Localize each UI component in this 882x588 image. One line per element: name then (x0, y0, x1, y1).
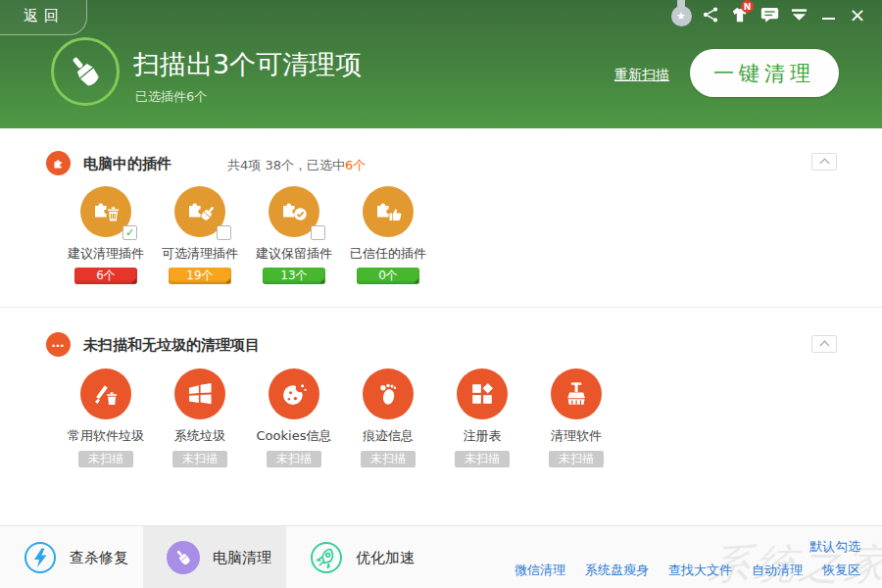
tools-trash-icon (80, 368, 131, 419)
link-auto-clean[interactable]: 自动清理 (752, 562, 803, 579)
scan-item-cleanup-software[interactable]: 清理软件 未扫描 (529, 368, 623, 467)
footer-links: 微信清理 系统盘瘦身 查找大文件 自动清理 恢复区 (514, 562, 860, 579)
link-find-large-files[interactable]: 查找大文件 (668, 562, 732, 579)
tab-label: 查杀修复 (70, 549, 128, 567)
header: 返回 扫描出3个可清理项 已选插件6个 重新扫描 一键清理 ★ N (0, 0, 882, 128)
app-window: 返回 扫描出3个可清理项 已选插件6个 重新扫描 一键清理 ★ N (0, 0, 882, 588)
scan-item-label: 常用软件垃圾 (59, 427, 153, 445)
close-icon[interactable]: × (843, 0, 872, 25)
one-click-clean-button[interactable]: 一键清理 (690, 49, 839, 97)
ellipsis-bullet-icon: … (46, 332, 71, 357)
chat-icon[interactable] (755, 0, 784, 25)
unscanned-badge: 未扫描 (455, 451, 510, 467)
tab-pc-clean[interactable]: 电脑清理 (143, 526, 286, 588)
unscanned-badge: 未扫描 (78, 451, 133, 467)
link-recovery-zone[interactable]: 恢复区 (822, 562, 860, 579)
scan-item-software-junk[interactable]: 常用软件垃圾 未扫描 (59, 368, 153, 467)
brush-icon (167, 541, 200, 574)
lightning-icon (24, 541, 57, 574)
plugin-items-row: ✓ 建议清理插件 6个 可选清理插件 19个 建议保留插件 13个 (59, 186, 435, 284)
main-content: 电脑中的插件 共4项 38个，已选中6个 ✓ 建议清理插件 6个 可选清理插件 (0, 128, 882, 525)
notification-badge: N (741, 0, 754, 13)
tab-label: 电脑清理 (213, 549, 271, 567)
selected-plugins-subtitle: 已选插件6个 (135, 88, 207, 106)
registry-grid-icon (457, 368, 508, 419)
scan-result-title: 扫描出3个可清理项 (133, 47, 362, 82)
chevron-up-icon (819, 159, 829, 169)
back-button[interactable]: 返回 (0, 0, 87, 35)
cookie-icon (269, 368, 319, 419)
scan-item-label: 痕迹信息 (341, 427, 435, 445)
puzzle-bullet-icon (46, 151, 71, 175)
footer-tabs: 查杀修复 电脑清理 优化加速 (0, 526, 429, 588)
scan-item-label: Cookies信息 (247, 427, 341, 445)
section-divider (0, 307, 882, 308)
medal-icon[interactable]: ★ (666, 0, 696, 25)
plugin-count-badge[interactable]: 0个 (357, 268, 419, 284)
plugin-checkbox[interactable] (311, 225, 325, 240)
plugin-item-suggest-keep[interactable]: 建议保留插件 13个 (247, 186, 341, 284)
selected-count-highlight: 6个 (345, 158, 366, 172)
tab-speedup[interactable]: 优化加速 (286, 526, 429, 588)
plugins-section-stats: 共4项 38个，已选中6个 (227, 157, 366, 174)
rocket-icon (310, 541, 343, 574)
rescan-link[interactable]: 重新扫描 (614, 67, 669, 84)
scan-item-label: 清理软件 (529, 427, 623, 445)
minimize-icon[interactable] (813, 0, 843, 25)
puzzle-broom-icon (174, 186, 225, 237)
plugin-checkbox[interactable] (217, 225, 231, 240)
footprint-icon (363, 368, 414, 419)
puzzle-trash-icon: ✓ (80, 186, 131, 237)
unscanned-badge: 未扫描 (172, 451, 227, 467)
default-check-link[interactable]: 默认勾选 (809, 538, 860, 556)
plugins-section-title: 电脑中的插件 (83, 155, 172, 173)
scan-item-label: 注册表 (435, 427, 529, 445)
tab-scan-repair[interactable]: 查杀修复 (0, 526, 143, 588)
skin-icon[interactable] (784, 0, 813, 25)
unscanned-badge: 未扫描 (549, 451, 604, 467)
puzzle-check-icon (269, 186, 319, 237)
scan-item-cookies[interactable]: Cookies信息 未扫描 (247, 368, 341, 467)
plugin-count-badge[interactable]: 13个 (263, 268, 325, 284)
unscanned-section-title: 未扫描和无垃圾的清理项目 (83, 336, 260, 355)
tab-label: 优化加速 (356, 549, 415, 567)
plugin-item-label: 已信任的插件 (341, 245, 435, 263)
plugin-item-trusted[interactable]: 已信任的插件 0个 (341, 186, 435, 284)
link-disk-slim[interactable]: 系统盘瘦身 (585, 562, 649, 579)
puzzle-thumbsup-icon (363, 186, 414, 237)
share-icon[interactable] (696, 0, 725, 25)
plugin-count-badge[interactable]: 19个 (169, 268, 231, 284)
broom-icon (551, 368, 602, 419)
scan-item-label: 系统垃圾 (153, 427, 247, 445)
plugin-item-label: 建议保留插件 (247, 245, 341, 263)
windows-icon (174, 368, 225, 419)
scan-item-system-junk[interactable]: 系统垃圾 未扫描 (153, 368, 247, 467)
plugin-count-badge[interactable]: 6个 (74, 268, 137, 284)
chevron-up-icon (819, 341, 829, 351)
unscanned-badge: 未扫描 (361, 451, 416, 467)
plugin-item-optional-clean[interactable]: 可选清理插件 19个 (153, 186, 247, 284)
plugin-checkbox[interactable]: ✓ (122, 225, 137, 240)
plugin-item-label: 建议清理插件 (59, 245, 153, 263)
clean-brush-icon (51, 37, 120, 106)
scan-item-registry[interactable]: 注册表 未扫描 (435, 368, 529, 467)
scan-items-row: 常用软件垃圾 未扫描 系统垃圾 未扫描 Cookies信息 未扫描 (59, 368, 623, 467)
footer-bar: 查杀修复 电脑清理 优化加速 默认勾选 微信清理 系统盘瘦身 查找大文件 自动清… (0, 525, 882, 588)
scan-item-traces[interactable]: 痕迹信息 未扫描 (341, 368, 435, 467)
plugin-item-suggest-clean[interactable]: ✓ 建议清理插件 6个 (59, 186, 153, 284)
shirt-icon[interactable]: N (725, 0, 755, 25)
collapse-plugins-button[interactable] (811, 153, 837, 171)
link-wechat-clean[interactable]: 微信清理 (514, 562, 565, 579)
titlebar: ★ N × (666, 0, 872, 27)
unscanned-badge: 未扫描 (267, 451, 321, 467)
plugin-item-label: 可选清理插件 (153, 245, 247, 263)
collapse-unscanned-button[interactable] (811, 335, 837, 353)
